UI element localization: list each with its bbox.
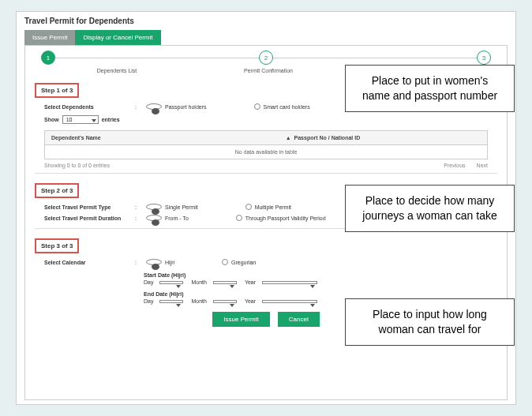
showing-info: Showing 0 to 0 of 0 entries	[44, 163, 433, 168]
issue-permit-button[interactable]: Issue Permit	[212, 312, 269, 327]
tabs: Issue Permit Display or Cancel Permit	[17, 30, 515, 45]
year-label: Year	[245, 298, 256, 304]
radio-icon	[245, 204, 252, 210]
tab-display-cancel[interactable]: Display or Cancel Permit	[75, 30, 160, 45]
day-label: Day	[144, 279, 153, 285]
permit-type-label: Select Travel Permit Type	[44, 204, 135, 210]
radio-icon	[222, 259, 228, 265]
start-day-select[interactable]	[159, 281, 183, 284]
radio-icon	[146, 103, 162, 110]
col-passport-id[interactable]: ▲ Passport No / National ID	[286, 135, 481, 141]
radio-icon	[254, 103, 260, 110]
multiple-permit-option[interactable]: Multiple Permit	[245, 204, 291, 210]
show-label: Show	[44, 117, 59, 122]
table-empty: No data available in table	[44, 145, 488, 159]
step-2-circle: 2	[259, 51, 273, 65]
step-1-circle: 1	[41, 51, 55, 65]
smart-card-holders-option[interactable]: Smart card holders	[254, 103, 310, 110]
page-title: Travel Permit for Dependents	[17, 12, 515, 30]
next-link[interactable]: Next	[477, 163, 488, 168]
start-date-label: Start Date (Hijri)	[144, 272, 488, 278]
start-year-select[interactable]	[262, 281, 317, 284]
gregorian-option[interactable]: Gregorian	[222, 259, 256, 265]
col-dependent-name[interactable]: Dependent's Name	[51, 135, 286, 141]
from-to-option[interactable]: From - To	[143, 215, 189, 221]
end-year-select[interactable]	[262, 300, 317, 303]
end-day-select[interactable]	[159, 300, 183, 303]
select-dependents-label: Select Dependents	[44, 104, 135, 110]
month-label: Month	[191, 298, 206, 304]
annotation-3: Place to input how long woman can travel…	[345, 298, 515, 346]
step-line	[55, 58, 259, 58]
end-date-label: End Date (Hijri)	[144, 291, 488, 297]
passport-holders-option[interactable]: Passport holders	[143, 103, 207, 110]
step-2-heading: Step 2 of 3	[35, 183, 79, 198]
entries-label: entries	[102, 117, 120, 122]
year-label: Year	[245, 279, 256, 285]
permit-duration-label: Select Travel Permit Duration	[44, 215, 135, 221]
annotation-1: Place to put in women's name and passpor…	[345, 65, 515, 112]
step-3-heading: Step 3 of 3	[35, 238, 79, 253]
single-permit-option[interactable]: Single Permit	[143, 204, 198, 210]
month-label: Month	[191, 279, 206, 285]
step-2-label: Permit Confirmation	[193, 68, 344, 73]
calendar-label: Select Calendar	[44, 260, 135, 265]
tab-issue-permit[interactable]: Issue Permit	[24, 30, 75, 45]
hijri-option[interactable]: Hijri	[143, 259, 174, 265]
day-label: Day	[144, 298, 153, 304]
step-1-label: Dependents List	[41, 68, 193, 73]
end-month-select[interactable]	[213, 300, 237, 303]
radio-icon	[236, 215, 242, 221]
step-line	[273, 58, 477, 58]
entries-select[interactable]: 10	[62, 115, 99, 124]
step-3-circle: 3	[477, 51, 491, 65]
step-1-heading: Step 1 of 3	[35, 83, 79, 98]
sort-icon: ▲	[286, 135, 291, 141]
prev-link[interactable]: Previous	[444, 163, 465, 168]
start-month-select[interactable]	[213, 281, 237, 284]
radio-icon	[146, 215, 162, 221]
table-header: Dependent's Name ▲ Passport No / Nationa…	[44, 130, 488, 145]
divider	[35, 173, 497, 174]
annotation-2: Place to decide how many journeys a woma…	[345, 185, 515, 232]
stepper: 1 2 3	[25, 46, 507, 66]
cancel-button[interactable]: Cancel	[278, 312, 320, 327]
radio-icon	[146, 259, 162, 265]
radio-icon	[146, 204, 162, 210]
validity-option[interactable]: Through Passport Validity Period	[236, 215, 326, 221]
